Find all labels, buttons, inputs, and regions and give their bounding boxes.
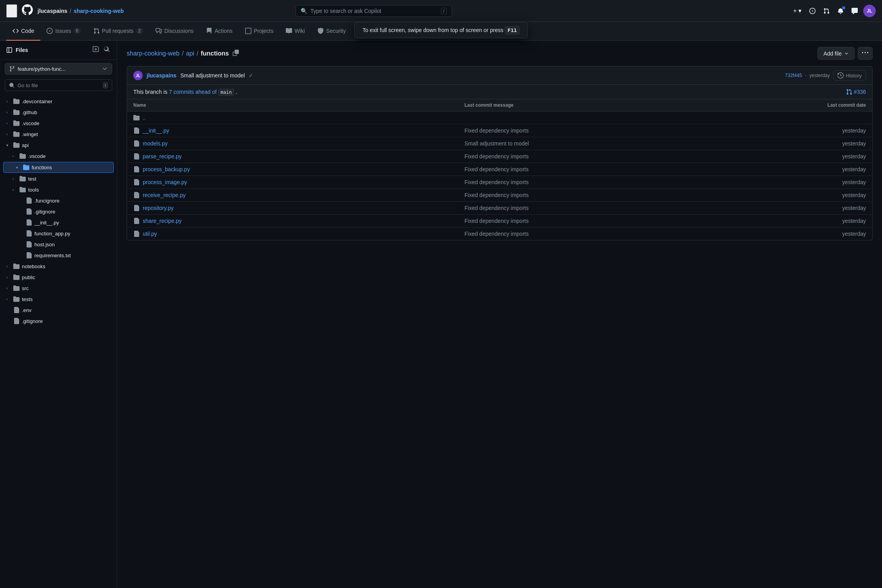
nav-breadcrumb: jlucaspains / sharp-cooking-web [38, 8, 124, 14]
panel-icon [6, 47, 13, 53]
tree-item-public[interactable]: › public [0, 272, 117, 283]
tree-item-functions[interactable]: ▾ functions [3, 162, 114, 173]
chevron-down-icon: ▾ [16, 165, 21, 170]
sidebar-icons [92, 45, 111, 55]
col-message: Last commit message [464, 102, 796, 108]
tree-item-label: .vscode [28, 153, 46, 159]
pr-link[interactable]: #336 [846, 89, 866, 95]
main-content: sharp-cooking-web / api / functions Add … [117, 41, 882, 588]
commit-author[interactable]: jlucaspains [147, 72, 176, 79]
folder-icon [13, 285, 20, 291]
commit-date-parse-recipe: yesterday [796, 153, 866, 160]
table-row-parent[interactable]: .. [127, 111, 872, 124]
commit-date-models: yesterday [796, 140, 866, 147]
tree-item-init[interactable]: __init__.py [0, 217, 117, 228]
avatar[interactable]: JL [863, 5, 876, 17]
chevron-icon: › [6, 286, 11, 290]
tree-item-funcignore[interactable]: .funcignore [0, 195, 117, 206]
col-name: Name [133, 102, 464, 108]
table-row-share-recipe[interactable]: share_recipe.py Fixed dependency imports… [127, 215, 872, 228]
tree-item-host-json[interactable]: host.json [0, 239, 117, 250]
table-row-init[interactable]: __init__.py Fixed dependency imports yes… [127, 124, 872, 137]
file-name-parse-recipe: parse_recipe.py [133, 153, 464, 160]
table-row-repository[interactable]: repository.py Fixed dependency imports y… [127, 202, 872, 215]
tab-projects[interactable]: Projects [239, 22, 280, 41]
create-button[interactable]: + ▾ [791, 5, 804, 17]
more-icon [862, 50, 868, 56]
tree-item-env[interactable]: .env [0, 305, 117, 316]
table-row-receive-recipe[interactable]: receive_recipe.py Fixed dependency impor… [127, 189, 872, 202]
tab-issues-label: Issues [55, 28, 71, 34]
tree-item-function-app[interactable]: function_app.py [0, 228, 117, 239]
search-bar[interactable]: 🔍 Type to search or ask Copilot / [296, 5, 452, 17]
file-icon [133, 140, 140, 147]
tab-code[interactable]: Code [6, 22, 40, 41]
content-header: sharp-cooking-web / api / functions Add … [127, 47, 873, 60]
tree-item-gitignore-root[interactable]: .gitignore [0, 316, 117, 326]
chevron-icon: › [6, 132, 11, 136]
sidebar: Files feature/python-func... [0, 41, 117, 588]
nav-repo[interactable]: sharp-cooking-web [74, 8, 124, 14]
table-row-parse-recipe[interactable]: parse_recipe.py Fixed dependency imports… [127, 150, 872, 163]
history-button[interactable]: History [833, 70, 866, 81]
commit-bar: JL jlucaspains Small adjustment to model… [127, 66, 873, 85]
commits-ahead-link[interactable]: 7 commits ahead of [169, 89, 217, 95]
tab-wiki[interactable]: Wiki [280, 22, 311, 41]
inbox-button[interactable] [849, 5, 860, 16]
tree-item-vscode-root[interactable]: › .vscode [0, 118, 117, 129]
prs-button[interactable] [821, 5, 832, 16]
crumb-repo[interactable]: sharp-cooking-web [127, 50, 179, 57]
branch-selector[interactable]: feature/python-func... [5, 63, 112, 75]
issues-button[interactable] [807, 5, 818, 16]
go-to-file-label: Go to file [18, 82, 38, 88]
tree-item-tools[interactable]: › tools [0, 184, 117, 195]
search-files-button[interactable] [103, 45, 111, 55]
nav-actions: + ▾ JL [791, 5, 876, 17]
copy-path-button[interactable] [231, 49, 240, 58]
tree-item-github[interactable]: › .github [0, 107, 117, 118]
tab-security[interactable]: Security [311, 22, 352, 41]
tab-discussions[interactable]: Discussions [149, 22, 200, 41]
tree-item-vscode-api[interactable]: › .vscode [0, 151, 117, 161]
tree-item-winget[interactable]: › .winget [0, 129, 117, 140]
tab-pull-requests[interactable]: Pull requests 2 [87, 22, 150, 41]
table-row-util[interactable]: util.py Fixed dependency imports yesterd… [127, 228, 872, 240]
crumb-api[interactable]: api [186, 50, 194, 57]
add-file-sidebar-button[interactable] [92, 45, 100, 55]
tab-issues[interactable]: Issues 6 [40, 22, 87, 41]
folder-icon [20, 153, 26, 159]
tree-item-gitignore[interactable]: .gitignore [0, 206, 117, 217]
nav-user[interactable]: jlucaspains [38, 8, 67, 14]
go-to-file[interactable]: Go to file t [5, 79, 112, 91]
tree-item-devcontainer[interactable]: › .devcontainer [0, 96, 117, 107]
file-icon [133, 179, 140, 185]
tree-item-test[interactable]: › test [0, 173, 117, 184]
hamburger-button[interactable]: ☰ [6, 4, 17, 18]
tree-item-api[interactable]: ▾ api [0, 140, 117, 151]
table-row-models[interactable]: models.py Small adjustment to model yest… [127, 137, 872, 150]
table-row-process-backup[interactable]: process_backup.py Fixed dependency impor… [127, 163, 872, 176]
file-name-process-image: process_image.py [133, 179, 464, 185]
folder-icon [13, 274, 20, 280]
file-icon [133, 127, 140, 134]
table-row-process-image[interactable]: process_image.py Fixed dependency import… [127, 176, 872, 189]
tree-item-label: .funcignore [34, 198, 59, 204]
tree-item-src[interactable]: › src [0, 283, 117, 294]
commit-hash[interactable]: 732f445 [785, 73, 802, 78]
tree-item-requirements[interactable]: requirements.txt [0, 250, 117, 261]
tab-actions-label: Actions [215, 28, 233, 34]
issues-badge: 6 [74, 28, 81, 34]
chevron-icon: › [6, 264, 11, 269]
more-options-button[interactable] [858, 47, 873, 60]
github-logo[interactable] [22, 4, 33, 18]
tree-item-label: function_app.py [34, 231, 70, 237]
tab-prs-label: Pull requests [102, 28, 134, 34]
add-file-button[interactable]: Add file [817, 47, 855, 60]
pr-number: #336 [854, 89, 866, 95]
tab-code-label: Code [21, 28, 34, 34]
tree-item-label: test [28, 176, 36, 182]
folder-icon [13, 296, 20, 302]
tab-actions[interactable]: Actions [200, 22, 239, 41]
tree-item-tests[interactable]: › tests [0, 294, 117, 305]
tree-item-notebooks[interactable]: › notebooks [0, 261, 117, 272]
